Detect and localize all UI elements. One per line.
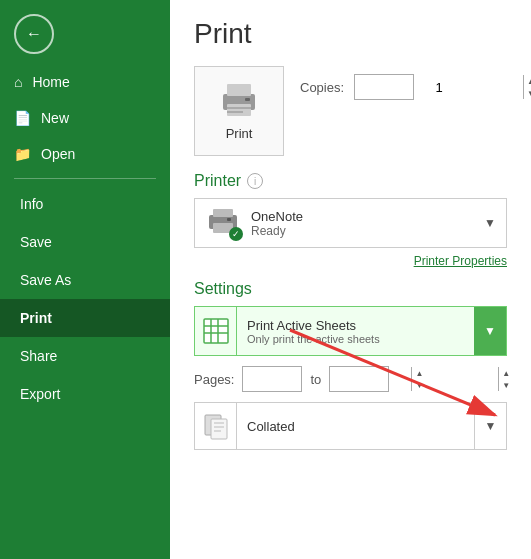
sidebar-item-save[interactable]: Save [0,223,170,261]
sidebar-item-open[interactable]: 📁 Open [0,136,170,172]
pages-to-down[interactable]: ▼ [499,379,513,391]
pages-from-spinner[interactable]: ▲ ▼ [242,366,302,392]
printer-info-icon[interactable]: i [247,173,263,189]
svg-rect-10 [204,319,228,343]
printer-section-header: Printer i [194,172,507,190]
settings-section-header: Settings [194,280,507,298]
settings-section-label: Settings [194,280,252,298]
printer-ready-check: ✓ [229,227,243,241]
printer-properties-link[interactable]: Printer Properties [194,254,507,268]
new-icon: 📄 [14,110,31,126]
pages-to-input[interactable] [330,372,498,387]
pages-label: Pages: [194,372,234,387]
sidebar: ← ⌂ Home 📄 New 📁 Open Info Save Save As … [0,0,170,559]
copies-input[interactable] [355,80,523,95]
sidebar-item-label: Print [20,310,52,326]
page-title: Print [194,18,507,50]
pages-to-label: to [310,372,321,387]
copies-label: Copies: [300,80,344,95]
print-scope-dropdown-btn[interactable]: ▼ [474,307,506,355]
svg-rect-1 [227,104,251,116]
svg-rect-5 [227,111,243,113]
collated-icon-box [195,403,237,449]
print-top-row: Print Copies: ▲ ▼ [194,66,507,156]
sidebar-item-new[interactable]: 📄 New [0,100,170,136]
collated-icon [201,411,231,441]
print-scope-main: Print Active Sheets [247,318,464,333]
sidebar-item-export[interactable]: Export [0,375,170,413]
copies-up-arrow[interactable]: ▲ [524,75,531,87]
printer-name: OneNote [251,209,303,224]
print-button[interactable]: Print [194,66,284,156]
copies-area: Copies: ▲ ▼ [300,74,414,100]
svg-rect-9 [227,218,231,221]
sidebar-item-label: Info [20,196,43,212]
sidebar-item-home[interactable]: ⌂ Home [0,64,170,100]
printer-selector[interactable]: ✓ OneNote Ready ▼ [194,198,507,248]
active-sheets-icon [202,317,230,345]
main-content: Print Print Copies: [170,0,531,559]
sidebar-item-label: New [41,110,69,126]
pages-to-spinner[interactable]: ▲ ▼ [329,366,389,392]
home-icon: ⌂ [14,74,22,90]
sidebar-item-label: Save As [20,272,71,288]
printer-icon-wrap: ✓ [205,207,241,239]
collated-label: Collated [237,413,474,440]
svg-rect-3 [245,98,250,101]
printer-details: OneNote Ready [251,209,303,238]
copies-spinner[interactable]: ▲ ▼ [354,74,414,100]
collated-dropdown-btn[interactable]: ▼ [474,403,506,449]
svg-rect-8 [213,209,233,217]
sidebar-divider [14,178,156,179]
print-scope-text: Print Active Sheets Only print the activ… [237,312,474,351]
sidebar-item-info[interactable]: Info [0,185,170,223]
printer-dropdown-arrow: ▼ [484,216,496,230]
pages-to-up[interactable]: ▲ [499,367,513,379]
svg-rect-2 [227,84,251,96]
printer-section-label: Printer [194,172,241,190]
copies-down-arrow[interactable]: ▼ [524,87,531,99]
print-scope-dropdown[interactable]: Print Active Sheets Only print the activ… [194,306,507,356]
back-button[interactable]: ← [14,14,54,54]
printer-info: ✓ OneNote Ready [205,207,303,239]
svg-rect-16 [211,419,227,439]
sidebar-item-label: Open [41,146,75,162]
svg-rect-4 [227,107,251,109]
printer-status: Ready [251,224,303,238]
sidebar-item-label: Home [32,74,69,90]
sidebar-item-share[interactable]: Share [0,337,170,375]
back-icon: ← [26,25,42,43]
pages-to-arrows: ▲ ▼ [498,367,513,391]
print-btn-label: Print [226,126,253,141]
print-scope-sub: Only print the active sheets [247,333,464,345]
open-icon: 📁 [14,146,31,162]
copies-arrows: ▲ ▼ [523,75,531,99]
collated-dropdown[interactable]: Collated ▼ [194,402,507,450]
sidebar-item-save-as[interactable]: Save As [0,261,170,299]
sidebar-item-label: Share [20,348,57,364]
sidebar-item-label: Save [20,234,52,250]
printer-icon [217,82,261,118]
print-scope-icon-box [195,307,237,355]
pages-row: Pages: ▲ ▼ to ▲ ▼ [194,366,507,392]
sidebar-item-print[interactable]: Print [0,299,170,337]
sidebar-item-label: Export [20,386,60,402]
